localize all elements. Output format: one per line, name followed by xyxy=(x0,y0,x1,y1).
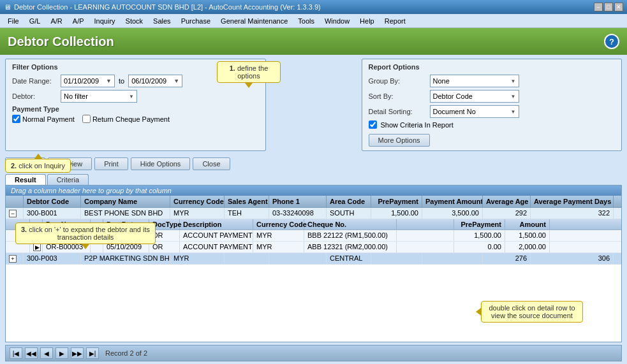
menu-purchase[interactable]: Purchase xyxy=(176,16,216,26)
menu-general-maintenance[interactable]: General Maintenance xyxy=(216,16,293,26)
callout-define-text: 1. define theoptions xyxy=(217,61,281,83)
menu-bar: File G/L A/R A/P Inquiry Stock Sales Pur… xyxy=(0,14,627,28)
drag-hint: Drag a column header here to group by th… xyxy=(6,186,621,196)
date-from-input[interactable]: 01/10/2009 ▼ xyxy=(61,75,115,87)
menu-ap[interactable]: A/P xyxy=(68,16,89,26)
callout-doubleclick-text: double click on detail row toview the so… xyxy=(481,301,583,323)
normal-payment-check[interactable] xyxy=(12,115,20,123)
menu-tools[interactable]: Tools xyxy=(293,16,320,26)
gh-phone: Phone 1 xyxy=(269,196,327,207)
menu-ar[interactable]: A/R xyxy=(45,16,67,26)
sr-curr-1: MYR xyxy=(253,230,304,241)
options-area: Filter Options Date Range: 01/10/2009 ▼ … xyxy=(0,55,627,155)
table-row[interactable]: + 300-P003 P2P MARKETING SDN BHD MYR CEN… xyxy=(6,253,621,265)
tab-criteria[interactable]: Criteria xyxy=(47,174,89,185)
sh-prepay: PrePayment xyxy=(454,219,505,229)
nav-prev-page-button[interactable]: ◀◀ xyxy=(25,347,38,359)
debtor-code-2: 300-P003 xyxy=(24,253,81,264)
nav-first-button[interactable]: |◀ xyxy=(10,347,22,359)
phone-1: 03-33240098 xyxy=(269,208,327,219)
nav-prev-button[interactable]: ◀ xyxy=(40,347,53,359)
show-criteria-row: Show Criteria In Report xyxy=(369,120,616,129)
sr-chequeno-1: BBB 22122 (RM1,500.00) xyxy=(304,230,397,241)
show-criteria-check[interactable] xyxy=(369,120,377,129)
detail-sorting-row: Detail Sorting: Document No ▼ xyxy=(369,105,616,118)
tabs-bar: Result Criteria xyxy=(0,173,627,185)
collapse-icon[interactable]: – xyxy=(9,210,17,217)
nav-next-button[interactable]: ▶ xyxy=(55,347,68,359)
main-container: Debtor Collection ? Filter Options Date … xyxy=(0,28,627,364)
print-button[interactable]: Print xyxy=(94,157,128,170)
record-text: Record 2 of 2 xyxy=(105,349,147,357)
toolbar: Inquiry Preview Print Hide Options Close xyxy=(0,155,627,173)
average-age-2: 276 xyxy=(483,253,531,264)
expand-btn-1[interactable]: – xyxy=(6,208,24,219)
debtor-combo[interactable]: No filter ▼ xyxy=(61,90,137,103)
close-window-button[interactable]: ✕ xyxy=(614,3,623,11)
payment-amount-1: 3,500.00 xyxy=(422,208,483,219)
tab-result[interactable]: Result xyxy=(5,174,46,185)
menu-window[interactable]: Window xyxy=(320,16,355,26)
nav-last-button[interactable]: ▶| xyxy=(86,347,99,359)
page-header: Debtor Collection ? xyxy=(0,28,627,55)
table-row[interactable]: – 300-B001 BEST PHONE SDN BHD MYR TEH 03… xyxy=(6,208,621,219)
hide-options-button[interactable]: Hide Options xyxy=(131,157,191,170)
phone-2 xyxy=(269,253,327,264)
sales-agent-1: TEH xyxy=(225,208,269,219)
gh-area-code: Area Code xyxy=(327,196,371,207)
sh-description: Description xyxy=(180,219,253,229)
sh-currency: Currency Code xyxy=(253,219,304,229)
callout-expand-wrapper: 3. click on '+' to expand the debtor and… xyxy=(15,222,156,249)
to-label: to xyxy=(119,77,124,85)
gh-sales-agent: Sales Agent xyxy=(225,196,269,207)
callout-arrow-left xyxy=(476,308,481,316)
menu-file[interactable]: File xyxy=(3,16,24,26)
return-cheque-checkbox[interactable]: Return Cheque Payment xyxy=(82,115,170,123)
menu-help[interactable]: Help xyxy=(355,16,380,26)
avg-payment-days-1: 322 xyxy=(531,208,614,219)
report-options-box: Report Options Group By: None ▼ Sort By:… xyxy=(362,59,623,151)
sh-cheque-no: Cheque No. xyxy=(304,219,397,229)
currency-code-2: MYR xyxy=(170,253,225,264)
callout-arrow-up-inquiry xyxy=(34,154,42,159)
return-cheque-label: Return Cheque Payment xyxy=(92,115,170,123)
group-by-combo[interactable]: None ▼ xyxy=(430,75,519,87)
menu-report[interactable]: Report xyxy=(380,16,411,26)
normal-payment-checkbox[interactable]: Normal Payment xyxy=(12,115,75,123)
sr-chequeno-2: ABB 12321 (RM2,000.00) xyxy=(304,242,397,252)
close-button[interactable]: Close xyxy=(193,157,230,170)
date-range-label: Date Range: xyxy=(12,77,57,85)
sr-desc-1: ACCOUNT PAYMENT xyxy=(180,230,253,241)
detail-sorting-combo[interactable]: Document No ▼ xyxy=(430,105,519,118)
prepayment-1: 1,500.00 xyxy=(371,208,422,219)
menu-stock[interactable]: Stock xyxy=(121,16,149,26)
expand-btn-2[interactable]: + xyxy=(6,253,24,264)
sort-by-combo[interactable]: Debtor Code ▼ xyxy=(430,90,519,103)
callout-arrow-down xyxy=(245,83,253,88)
sh-blank2 xyxy=(397,219,454,229)
callout-define-options: 1. define theoptions xyxy=(217,61,281,88)
help-button[interactable]: ? xyxy=(604,34,619,49)
page-title: Debtor Collection xyxy=(8,34,114,49)
maximize-button[interactable]: □ xyxy=(604,3,613,11)
group-by-row: Group By: None ▼ xyxy=(369,75,616,87)
menu-inquiry[interactable]: Inquiry xyxy=(89,16,121,26)
nav-next-page-button[interactable]: ▶▶ xyxy=(71,347,84,359)
payment-type-section: Payment Type Normal Payment Return Chequ… xyxy=(12,105,259,123)
company-name-2: P2P MARKETING SDN BHD xyxy=(81,253,170,264)
menu-sales[interactable]: Sales xyxy=(148,16,176,26)
sr-amount-1: 1,500.00 xyxy=(505,230,550,241)
callout-inquiry-text: 2. click on Inquiry xyxy=(5,159,71,173)
report-options-title: Report Options xyxy=(369,63,616,71)
minimize-button[interactable]: – xyxy=(594,3,603,11)
gh-currency-code: Currency Code xyxy=(170,196,225,207)
sr-prepay-1: 1,500.00 xyxy=(454,230,505,241)
return-cheque-check[interactable] xyxy=(82,115,91,123)
date-to-input[interactable]: 06/10/2009 ▼ xyxy=(128,75,182,87)
area-code-1: SOUTH xyxy=(327,208,371,219)
show-criteria-label: Show Criteria In Report xyxy=(381,121,454,129)
menu-gl[interactable]: G/L xyxy=(24,16,46,26)
expand-icon-2[interactable]: + xyxy=(9,255,17,263)
more-options-button[interactable]: More Options xyxy=(369,134,430,147)
title-bar-text: Debtor Collection - LEARNING AUTOCOUNT S… xyxy=(14,3,321,11)
